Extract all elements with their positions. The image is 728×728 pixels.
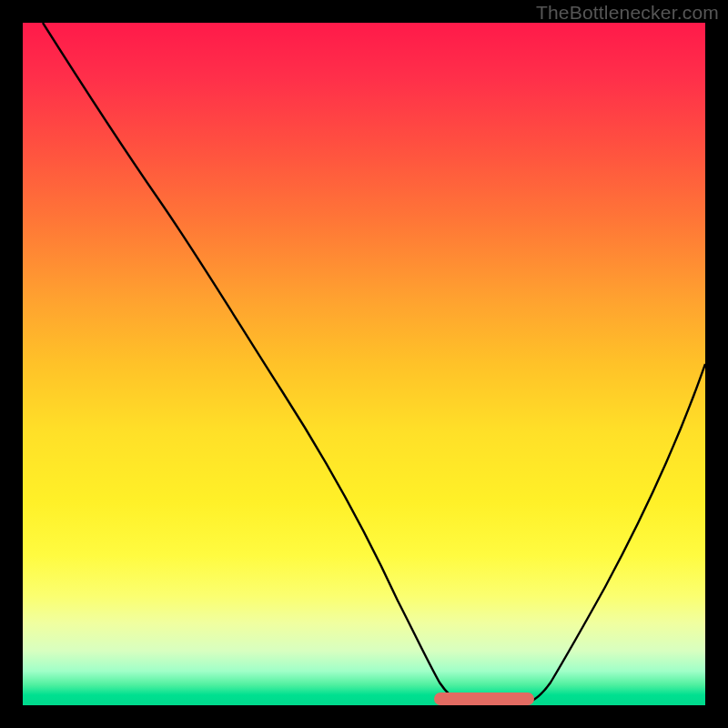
optimal-range-marker (434, 693, 534, 705)
chart-frame: TheBottlenecker.com (0, 0, 728, 728)
watermark-text: TheBottlenecker.com (536, 2, 719, 24)
bottleneck-curve (23, 23, 705, 705)
plot-area (23, 23, 705, 705)
